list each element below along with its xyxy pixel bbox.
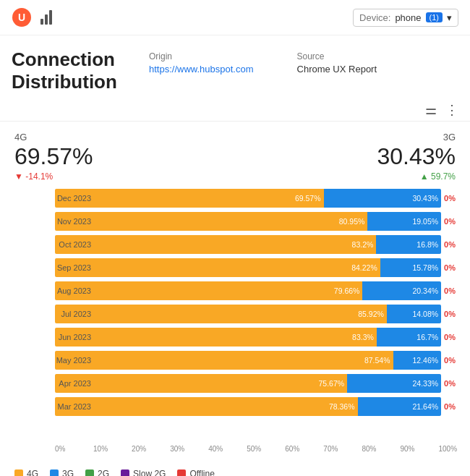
page-header: Connection Distribution Origin https://w…	[0, 35, 470, 101]
offline-label: 0%	[441, 402, 458, 411]
origin-value: https://www.hubspot.com	[149, 64, 254, 75]
bar-row: Jun 202383.3%16.7%0%	[55, 328, 458, 347]
threeG-segment: 20.34%	[362, 281, 441, 300]
bar-wrap: 83.3%16.7%	[55, 328, 441, 347]
offline-label: 0%	[441, 286, 458, 295]
device-filter-label: Device:	[359, 12, 390, 23]
fourG-segment: 83.3%	[55, 328, 377, 347]
offline-label: 0%	[441, 217, 458, 226]
threeG-change: 59.7%	[377, 171, 456, 182]
bar-row-label: Apr 2023	[55, 379, 97, 388]
bar-row-label: Nov 2023	[55, 217, 97, 226]
meta-section: Origin https://www.hubspot.com Source Ch…	[149, 48, 377, 75]
threeG-segment: 12.46%	[393, 351, 442, 370]
bar-wrap: 83.2%16.8%	[55, 235, 441, 254]
bar-row-label: Jul 2023	[55, 310, 97, 318]
source-label: Source	[297, 51, 377, 61]
bar-wrap: 69.57%30.43%	[55, 189, 441, 208]
bar-row: May 202387.54%12.46%0%	[55, 351, 458, 370]
fourG-segment: 78.36%	[55, 397, 358, 416]
bar-row-label: Jun 2023	[55, 333, 97, 341]
offline-label: 0%	[441, 194, 458, 203]
svg-text:U: U	[18, 12, 25, 23]
threeG-segment: 21.64%	[358, 397, 442, 416]
offline-label: 0%	[441, 356, 458, 365]
bar-row: Dec 202369.57%30.43%0%	[55, 189, 458, 208]
x-tick: 30%	[170, 445, 208, 453]
threeG-segment: 15.78%	[380, 258, 441, 277]
bar-row: Oct 202383.2%16.8%0%	[55, 235, 458, 254]
threeG-segment: 16.7%	[377, 328, 441, 347]
down-arrow-icon	[14, 171, 25, 182]
bar-row-label: Mar 2023	[55, 402, 97, 411]
bar-row: Nov 202380.95%19.05%0%	[55, 212, 458, 231]
fourG-segment: 79.66%	[55, 281, 362, 300]
x-tick: 0%	[55, 445, 93, 453]
legend-label: Slow 2G	[133, 469, 166, 476]
x-tick: 80%	[362, 445, 400, 453]
legend-label: 2G	[98, 469, 109, 476]
threeG-label: 3G	[377, 132, 456, 143]
threeG-segment: 24.33%	[347, 374, 441, 393]
fourG-segment: 83.2%	[55, 235, 376, 254]
bar-row-label: Sep 2023	[55, 263, 97, 272]
filter-icon[interactable]: ⚌	[425, 103, 437, 116]
fourG-segment: 84.22%	[55, 258, 380, 277]
bar-wrap: 75.67%24.33%	[55, 374, 441, 393]
legend-item: Slow 2G	[121, 469, 166, 476]
bar-row: Sep 202384.22%15.78%0%	[55, 258, 458, 277]
bar-row: Aug 202379.66%20.34%0%	[55, 281, 458, 300]
threeG-segment: 19.05%	[367, 212, 441, 231]
device-filter-count: (1)	[426, 12, 443, 22]
chart-area: Dec 202369.57%30.43%0%Nov 202380.95%19.0…	[0, 189, 470, 460]
top-bar: U Device: phone (1) ▾	[0, 0, 470, 35]
x-axis: 0%10%20%30%40%50%60%70%80%90%100%	[12, 445, 458, 453]
x-tick: 10%	[93, 445, 132, 453]
bar-row-label: Aug 2023	[55, 286, 97, 295]
legend-color-dot	[85, 469, 94, 476]
origin-label: Origin	[149, 51, 254, 61]
more-icon[interactable]: ⋮	[445, 103, 458, 116]
device-filter[interactable]: Device: phone (1) ▾	[353, 9, 458, 27]
offline-label: 0%	[441, 333, 458, 341]
bar-wrap: 87.54%12.46%	[55, 351, 441, 370]
fourG-segment: 75.67%	[55, 374, 347, 393]
legend-color-dot	[14, 469, 23, 476]
legend-color-dot	[50, 469, 59, 476]
threeG-segment: 14.08%	[387, 305, 441, 323]
source-value: Chrome UX Report	[297, 64, 377, 75]
toolbar: ⚌ ⋮	[0, 101, 470, 122]
bar-chart-icon	[40, 10, 52, 25]
bar-wrap: 85.92%14.08%	[55, 305, 441, 323]
bar-row-label: Oct 2023	[55, 240, 97, 249]
logo-icon: U	[12, 7, 32, 27]
legend-label: Offline	[189, 469, 214, 476]
offline-label: 0%	[441, 379, 458, 388]
up-arrow-icon	[420, 171, 431, 182]
x-tick: 40%	[208, 445, 247, 453]
x-tick: 70%	[323, 445, 362, 453]
bar-wrap: 80.95%19.05%	[55, 212, 441, 231]
chart-container: Dec 202369.57%30.43%0%Nov 202380.95%19.0…	[12, 189, 458, 442]
offline-label: 0%	[441, 263, 458, 272]
x-tick: 50%	[247, 445, 285, 453]
fourG-segment: 85.92%	[55, 305, 387, 323]
threeG-stat: 3G 30.43% 59.7%	[377, 132, 456, 181]
threeG-segment: 16.8%	[376, 235, 441, 254]
x-tick: 60%	[285, 445, 323, 453]
legend-item: 2G	[85, 469, 109, 476]
fourG-segment: 80.95%	[55, 212, 367, 231]
legend-item: 4G	[14, 469, 38, 476]
top-bar-left: U	[12, 7, 52, 27]
stats-row: 4G 69.57% -14.1% 3G 30.43% 59.7%	[0, 122, 470, 188]
legend-item: 3G	[50, 469, 74, 476]
bar-row: Jul 202385.92%14.08%0%	[55, 305, 458, 323]
page-title: Connection Distribution	[12, 48, 127, 93]
bar-wrap: 84.22%15.78%	[55, 258, 441, 277]
source-meta: Source Chrome UX Report	[297, 51, 377, 75]
x-tick: 90%	[400, 445, 438, 453]
legend-item: Offline	[177, 469, 214, 476]
bar-wrap: 78.36%21.64%	[55, 397, 441, 416]
threeG-value: 30.43%	[377, 144, 456, 169]
legend-color-dot	[177, 469, 186, 476]
